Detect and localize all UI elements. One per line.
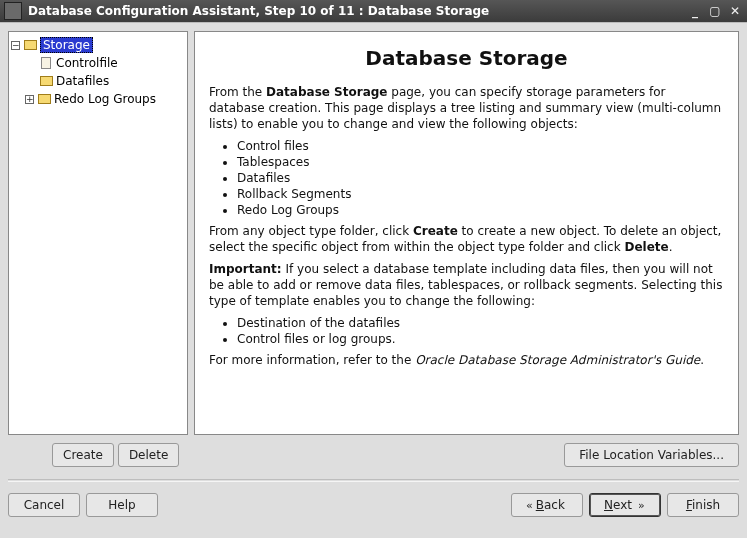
back-label: ack xyxy=(544,498,565,512)
tree-node-datafiles[interactable]: Datafiles xyxy=(11,72,185,90)
text: . xyxy=(669,240,673,254)
important-paragraph: Important: If you select a database temp… xyxy=(209,261,724,310)
folder-icon xyxy=(39,75,53,87)
create-delete-paragraph: From any object type folder, click Creat… xyxy=(209,223,724,255)
list-item: Control files or log groups. xyxy=(237,332,724,346)
maximize-button[interactable]: ▢ xyxy=(707,4,723,18)
storage-tree[interactable]: − Storage Controlfile Datafiles + Redo L… xyxy=(8,31,188,435)
list-item: Redo Log Groups xyxy=(237,203,724,217)
create-button[interactable]: Create xyxy=(52,443,114,467)
list-item: Destination of the datafiles xyxy=(237,316,724,330)
folder-icon xyxy=(37,93,51,105)
tree-label-datafiles: Datafiles xyxy=(56,74,109,88)
back-button[interactable]: « Back xyxy=(511,493,583,517)
page-title: Database Storage xyxy=(209,46,724,70)
list-item: Tablespaces xyxy=(237,155,724,169)
tree-node-storage[interactable]: − Storage xyxy=(11,36,185,54)
chevron-right-icon: » xyxy=(638,500,642,511)
window-title: Database Configuration Assistant, Step 1… xyxy=(28,4,687,18)
tree-label-controlfile: Controlfile xyxy=(56,56,118,70)
tree-label-redo: Redo Log Groups xyxy=(54,92,156,106)
main-content: Database Storage From the Database Stora… xyxy=(194,31,739,435)
objects-list: Control files Tablespaces Datafiles Roll… xyxy=(237,139,724,217)
text: . xyxy=(700,353,704,367)
text-bold: Delete xyxy=(624,240,668,254)
important-list: Destination of the datafiles Control fil… xyxy=(237,316,724,346)
text: If you select a database template includ… xyxy=(209,262,722,308)
reference-doc: Oracle Database Storage Administrator's … xyxy=(415,353,700,367)
help-button[interactable]: Help xyxy=(86,493,158,517)
more-info-paragraph: For more information, refer to the Oracl… xyxy=(209,352,724,368)
text: For more information, refer to the xyxy=(209,353,415,367)
tree-node-controlfile[interactable]: Controlfile xyxy=(11,54,185,72)
list-item: Rollback Segments xyxy=(237,187,724,201)
next-button[interactable]: Next » xyxy=(589,493,661,517)
important-label: Important: xyxy=(209,262,282,276)
list-item: Control files xyxy=(237,139,724,153)
tree-label-storage: Storage xyxy=(40,37,93,53)
list-item: Datafiles xyxy=(237,171,724,185)
expander-icon[interactable]: + xyxy=(25,95,34,104)
cancel-button[interactable]: Cancel xyxy=(8,493,80,517)
close-button[interactable]: ✕ xyxy=(727,4,743,18)
chevron-left-icon: « xyxy=(526,500,530,511)
next-label: ext xyxy=(613,498,632,512)
window-titlebar: Database Configuration Assistant, Step 1… xyxy=(0,0,747,22)
folder-icon xyxy=(23,39,37,51)
text: From any object type folder, click xyxy=(209,224,413,238)
intro-paragraph: From the Database Storage page, you can … xyxy=(209,84,724,133)
text-bold: Database Storage xyxy=(266,85,387,99)
separator xyxy=(8,479,739,482)
minimize-button[interactable]: _ xyxy=(687,4,703,18)
tree-node-redo-log-groups[interactable]: + Redo Log Groups xyxy=(11,90,185,108)
text: From the xyxy=(209,85,266,99)
text-bold: Create xyxy=(413,224,458,238)
file-location-variables-button[interactable]: File Location Variables... xyxy=(564,443,739,467)
document-icon xyxy=(39,57,53,69)
expander-icon[interactable]: − xyxy=(11,41,20,50)
window-body: − Storage Controlfile Datafiles + Redo L… xyxy=(0,22,747,538)
delete-button[interactable]: Delete xyxy=(118,443,179,467)
finish-label: inish xyxy=(692,498,720,512)
finish-button[interactable]: Finish xyxy=(667,493,739,517)
app-icon xyxy=(4,2,22,20)
